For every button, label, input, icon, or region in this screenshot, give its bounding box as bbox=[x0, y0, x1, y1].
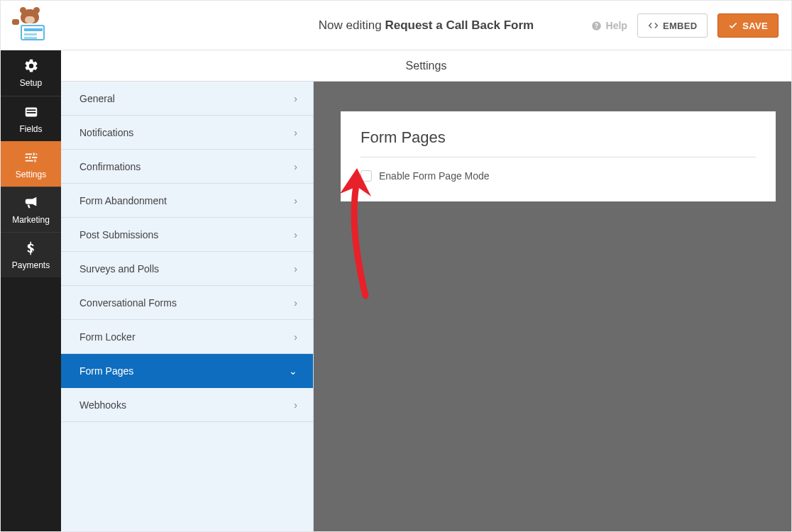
nav-label: Payments bbox=[12, 260, 50, 270]
help-icon bbox=[591, 21, 602, 31]
nav-label: Fields bbox=[19, 124, 42, 134]
submenu-item-confirmations[interactable]: Confirmations › bbox=[61, 150, 313, 184]
form-pages-panel: Form Pages Enable Form Page Mode bbox=[341, 111, 776, 201]
code-icon bbox=[648, 21, 659, 31]
chevron-right-icon: › bbox=[294, 161, 297, 172]
nav-item-settings[interactable]: Settings bbox=[1, 141, 61, 187]
submenu-item-conversational-forms[interactable]: Conversational Forms › bbox=[61, 286, 313, 320]
chevron-down-icon: ⌄ bbox=[289, 365, 297, 377]
submenu-item-notifications[interactable]: Notifications › bbox=[61, 116, 313, 150]
submenu-label: Form Locker bbox=[79, 331, 136, 343]
chevron-right-icon: › bbox=[294, 229, 297, 240]
embed-button[interactable]: EMBED bbox=[637, 13, 708, 38]
chevron-right-icon: › bbox=[294, 331, 297, 343]
section-title: Settings bbox=[406, 60, 447, 72]
check-icon bbox=[728, 21, 738, 31]
nav-item-payments[interactable]: Payments bbox=[1, 232, 61, 277]
app-logo bbox=[8, 9, 48, 43]
nav-label: Marketing bbox=[12, 215, 50, 225]
form-name: Request a Call Back Form bbox=[385, 18, 534, 32]
chevron-right-icon: › bbox=[294, 127, 297, 138]
submenu-label: Surveys and Polls bbox=[79, 263, 159, 275]
help-label: Help bbox=[606, 20, 627, 31]
submenu-label: Conversational Forms bbox=[79, 297, 177, 309]
app-frame: Now editing Request a Call Back Form Hel… bbox=[0, 0, 792, 532]
submenu-item-surveys-polls[interactable]: Surveys and Polls › bbox=[61, 252, 313, 286]
chevron-right-icon: › bbox=[294, 263, 297, 275]
enable-form-page-mode-checkbox[interactable] bbox=[361, 170, 372, 182]
left-nav: Setup Fields Settings Marketing Payments bbox=[1, 50, 61, 531]
chevron-right-icon: › bbox=[294, 93, 297, 104]
submenu-item-form-pages[interactable]: Form Pages ⌄ bbox=[61, 354, 313, 388]
chevron-right-icon: › bbox=[294, 297, 297, 309]
panel-title: Form Pages bbox=[361, 128, 756, 157]
nav-label: Settings bbox=[16, 170, 46, 179]
main-canvas: Form Pages Enable Form Page Mode bbox=[314, 82, 791, 531]
topbar-right: Help EMBED SAVE bbox=[591, 1, 779, 50]
submenu-label: Webhooks bbox=[79, 399, 126, 411]
dollar-icon bbox=[23, 240, 40, 256]
editing-prefix: Now editing bbox=[319, 18, 385, 32]
submenu-label: Confirmations bbox=[79, 161, 141, 172]
submenu-item-general[interactable]: General › bbox=[61, 82, 313, 116]
svg-rect-2 bbox=[26, 112, 35, 113]
submenu-label: Notifications bbox=[79, 127, 133, 138]
submenu-item-webhooks[interactable]: Webhooks › bbox=[61, 388, 313, 422]
submenu-item-form-abandonment[interactable]: Form Abandonment › bbox=[61, 184, 313, 218]
top-bar: Now editing Request a Call Back Form Hel… bbox=[1, 1, 791, 50]
submenu-label: Form Pages bbox=[79, 365, 133, 377]
submenu-label: Post Submissions bbox=[79, 229, 158, 240]
submenu-item-form-locker[interactable]: Form Locker › bbox=[61, 320, 313, 354]
settings-submenu: General › Notifications › Confirmations … bbox=[61, 82, 314, 531]
sliders-icon bbox=[23, 150, 40, 165]
gear-icon bbox=[23, 58, 40, 74]
nav-item-fields[interactable]: Fields bbox=[1, 96, 61, 141]
chevron-right-icon: › bbox=[294, 399, 297, 411]
chevron-right-icon: › bbox=[294, 195, 297, 206]
help-link[interactable]: Help bbox=[591, 20, 627, 31]
submenu-label: General bbox=[79, 93, 115, 104]
save-button[interactable]: SAVE bbox=[717, 13, 779, 38]
section-header: Settings bbox=[61, 50, 791, 82]
enable-form-page-mode-row[interactable]: Enable Form Page Mode bbox=[361, 170, 756, 182]
svg-rect-1 bbox=[26, 109, 35, 111]
nav-label: Setup bbox=[20, 78, 42, 88]
checkbox-label: Enable Form Page Mode bbox=[379, 170, 490, 182]
submenu-item-post-submissions[interactable]: Post Submissions › bbox=[61, 218, 313, 252]
list-icon bbox=[23, 104, 40, 120]
editing-line: Now editing Request a Call Back Form bbox=[319, 18, 534, 33]
nav-item-setup[interactable]: Setup bbox=[1, 50, 61, 96]
embed-label: EMBED bbox=[663, 21, 697, 31]
save-label: SAVE bbox=[742, 21, 768, 31]
bullhorn-icon bbox=[23, 195, 40, 211]
nav-item-marketing[interactable]: Marketing bbox=[1, 187, 61, 232]
nav-fill bbox=[1, 277, 61, 531]
submenu-label: Form Abandonment bbox=[79, 195, 167, 206]
